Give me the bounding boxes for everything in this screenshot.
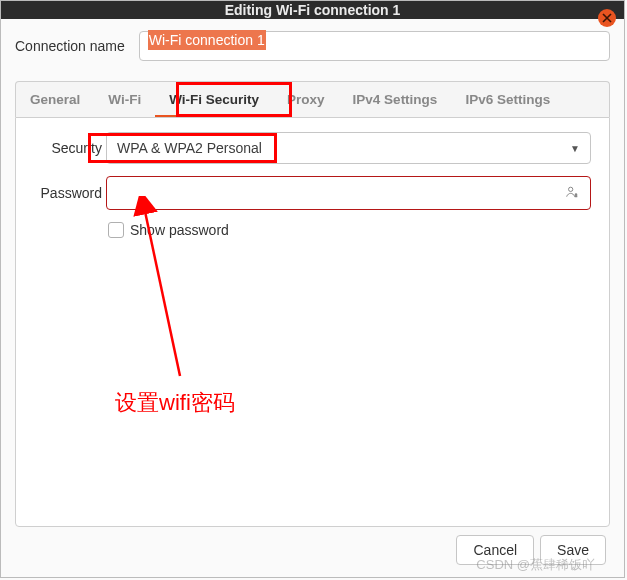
user-lock-icon[interactable] [564,184,580,203]
password-input[interactable] [106,176,591,210]
dialog-footer: Cancel Save [1,527,624,577]
tab-general[interactable]: General [16,82,94,117]
svg-point-0 [569,187,573,191]
show-password-label: Show password [130,222,229,238]
password-label: Password [34,185,106,201]
connection-name-label: Connection name [15,38,125,54]
security-value: WPA & WPA2 Personal [117,140,262,156]
close-icon[interactable] [598,9,616,27]
show-password-checkbox[interactable] [108,222,124,238]
connection-name-row: Connection name Wi-Fi connection 1 [1,19,624,71]
cancel-button[interactable]: Cancel [456,535,534,565]
svg-rect-2 [575,195,578,197]
tab-wifi-security[interactable]: Wi-Fi Security [155,82,273,117]
tab-ipv4[interactable]: IPv4 Settings [339,82,452,117]
connection-name-input[interactable]: Wi-Fi connection 1 [139,31,610,61]
tab-panel-security: Security WPA & WPA2 Personal ▼ Password [15,117,610,527]
tab-wifi[interactable]: Wi-Fi [94,82,155,117]
chevron-down-icon: ▼ [570,143,580,154]
tab-ipv6[interactable]: IPv6 Settings [451,82,564,117]
security-select[interactable]: WPA & WPA2 Personal ▼ [106,132,591,164]
tab-proxy[interactable]: Proxy [273,82,339,117]
security-label: Security [34,140,106,156]
window-title: Editing Wi-Fi connection 1 [225,2,401,18]
save-button[interactable]: Save [540,535,606,565]
titlebar: Editing Wi-Fi connection 1 [1,1,624,19]
tabs: General Wi-Fi Wi-Fi Security Proxy IPv4 … [15,81,610,117]
connection-name-value: Wi-Fi connection 1 [148,30,266,50]
